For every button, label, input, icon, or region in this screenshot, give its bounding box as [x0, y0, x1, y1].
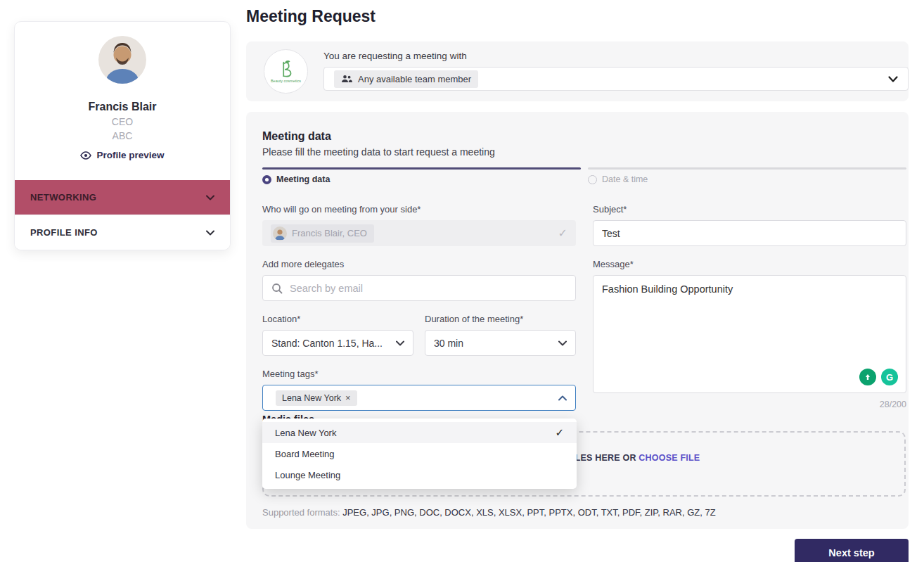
chevron-down-icon	[396, 340, 404, 346]
profile-preview-label: Profile preview	[96, 150, 164, 160]
profile-role: CEO	[15, 116, 230, 127]
avatar-small	[273, 226, 287, 241]
brand-logo: Beauty cosmetics	[264, 49, 308, 94]
request-banner: Beauty cosmetics You are requesting a me…	[246, 41, 909, 101]
step-bar	[588, 167, 906, 170]
delegate-value: Francis Blair, CEO	[292, 228, 367, 238]
form-column-right: Subject* Message* Fashion Building Oppor…	[593, 204, 906, 411]
grammarly-icon[interactable]: G	[881, 369, 898, 385]
delegate-search-field	[262, 275, 576, 301]
sidebar-item-label: NETWORKING	[30, 192, 96, 203]
search-input[interactable]	[290, 283, 567, 294]
profile-card: Francis Blair CEO ABC Profile preview NE…	[14, 21, 231, 250]
delegate-field: Francis Blair, CEO ✓	[262, 220, 576, 246]
step-label: Date & time	[602, 174, 648, 184]
close-icon[interactable]: ×	[345, 393, 351, 402]
supported-formats: Supported formats: JPEG, JPG, PNG, DOC, …	[262, 507, 906, 518]
sidebar-item-label: PROFILE INFO	[30, 227, 98, 238]
tags-dropdown-item[interactable]: Lena New York ✓	[262, 422, 577, 443]
brand-logo-label: Beauty cosmetics	[271, 79, 301, 84]
chevron-down-icon	[206, 230, 214, 236]
sidebar-item-profile-info[interactable]: PROFILE INFO	[15, 215, 230, 250]
chevron-down-icon	[206, 195, 214, 200]
chevron-down-icon	[558, 340, 567, 346]
request-heading: You are requesting a meeting with	[323, 51, 909, 61]
team-member-select[interactable]: Any available team member	[323, 67, 909, 91]
check-icon: ✓	[555, 426, 564, 439]
step-date-time[interactable]: Date & time	[588, 167, 906, 184]
check-icon: ✓	[558, 226, 567, 240]
chevron-up-icon	[558, 395, 567, 401]
tags-dropdown: Lena New York ✓ Board Meeting Lounge Mee…	[262, 419, 577, 489]
supported-formats-value: JPEG, JPG, PNG, DOC, DOCX, XLS, XLSX, PP…	[340, 507, 716, 518]
tags-select[interactable]: Lena New York ×	[262, 385, 576, 411]
profile-preview-link[interactable]: Profile preview	[80, 150, 164, 160]
people-icon	[341, 75, 352, 83]
profile-company: ABC	[15, 130, 230, 141]
step-meeting-data[interactable]: Meeting data	[262, 167, 581, 184]
page-title: Meeting Request	[246, 7, 909, 26]
tags-dropdown-item[interactable]: Lounge Meeting	[262, 464, 577, 485]
tags-dropdown-item-label: Board Meeting	[275, 449, 335, 459]
extension-icon[interactable]	[859, 369, 876, 385]
team-member-chip: Any available team member	[334, 70, 478, 88]
add-delegates-label: Add more delegates	[262, 259, 576, 269]
location-value: Stand: Canton 1.15, Ha...	[271, 338, 383, 349]
sidebar-item-networking[interactable]: NETWORKING	[15, 180, 230, 215]
duration-select[interactable]: 30 min	[425, 330, 576, 356]
radio-selected-icon	[262, 175, 271, 184]
chevron-down-icon	[888, 76, 898, 82]
next-step-button[interactable]: Next step	[795, 539, 909, 562]
tag-chip-label: Lena New York	[282, 393, 341, 403]
supported-formats-label: Supported formats:	[262, 507, 340, 518]
tags-dropdown-item-label: Lounge Meeting	[275, 470, 340, 480]
team-member-value: Any available team member	[358, 74, 471, 84]
eye-icon	[80, 151, 91, 160]
search-icon	[271, 283, 283, 294]
form-column-left: Who will go on meeting from your side* F…	[262, 204, 576, 411]
radio-unselected-icon	[588, 175, 597, 184]
step-bar	[262, 167, 581, 170]
location-select[interactable]: Stand: Canton 1.15, Ha...	[262, 330, 413, 356]
step-label: Meeting data	[276, 174, 330, 184]
tag-chip: Lena New York ×	[276, 390, 357, 406]
avatar	[98, 36, 146, 84]
subject-input[interactable]	[593, 220, 906, 246]
section-title: Meeting data	[262, 130, 906, 143]
subject-label: Subject*	[593, 204, 906, 215]
tags-dropdown-item-label: Lena New York	[275, 428, 336, 438]
location-label: Location*	[262, 314, 413, 324]
main-content: Meeting Request Beauty cosmetics You are…	[246, 0, 909, 529]
stepper: Meeting data Date & time	[262, 167, 906, 184]
char-counter: 28/200	[593, 400, 906, 409]
choose-file-link[interactable]: CHOOSE FILE	[639, 453, 700, 463]
delegate-label: Who will go on meeting from your side*	[262, 204, 576, 215]
message-label: Message*	[593, 259, 906, 269]
profile-name: Francis Blair	[15, 101, 230, 113]
tags-dropdown-item[interactable]: Board Meeting	[262, 443, 577, 464]
section-subtitle: Please fill the meeting data to start re…	[262, 146, 906, 158]
duration-label: Duration of the meeting*	[425, 314, 576, 324]
tags-label: Meeting tags*	[262, 369, 576, 379]
delegate-chip: Francis Blair, CEO	[271, 224, 374, 243]
duration-value: 30 min	[434, 338, 463, 349]
